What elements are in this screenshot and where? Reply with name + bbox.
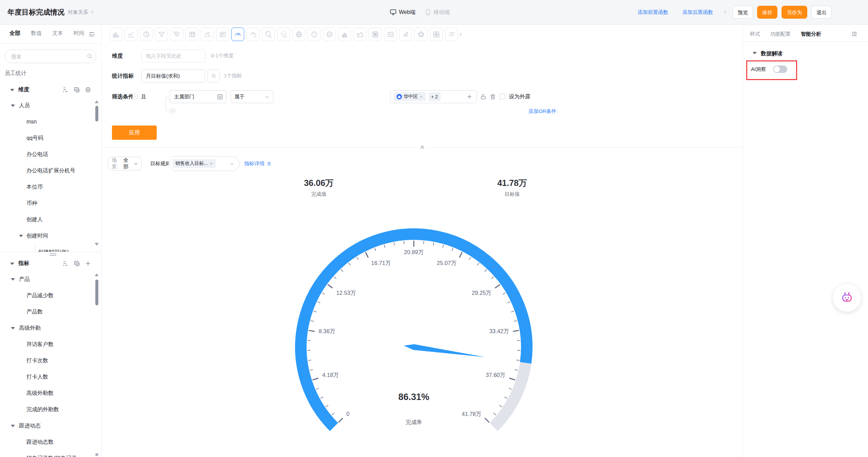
lock-open-icon[interactable] xyxy=(480,93,487,100)
add-pre-function-link[interactable]: 添加前置函数 xyxy=(638,9,668,16)
tree-item[interactable]: 完成的外勤数 xyxy=(0,401,97,418)
dimension-dropzone[interactable]: 拖入字段至此处 xyxy=(141,50,205,62)
collapse-caret-icon[interactable] xyxy=(753,52,757,54)
sidebar-tab-3[interactable]: 时间 xyxy=(74,30,84,37)
chart-type-text-card-button[interactable] xyxy=(216,27,229,41)
collapse-caret-icon[interactable] xyxy=(19,235,23,237)
expose-checkbox[interactable] xyxy=(499,94,505,99)
tree-item[interactable]: 创建时间(年) xyxy=(0,244,97,252)
scroll-up-icon[interactable] xyxy=(95,273,99,276)
save-button[interactable]: 保存 xyxy=(757,6,777,19)
sidebar-tab-1[interactable]: 数值 xyxy=(31,30,42,37)
multi-select-icon[interactable] xyxy=(74,260,80,267)
chart-type-gauge-cn-button[interactable]: CN xyxy=(247,27,259,41)
filter-field-input[interactable]: 主属部门 xyxy=(170,90,227,103)
chart-type-index-list-button[interactable] xyxy=(445,27,458,41)
collapse-caret-icon[interactable] xyxy=(11,278,15,281)
filter-logic[interactable]: 且 xyxy=(141,94,146,100)
tree-splitter[interactable] xyxy=(0,252,101,252)
config-tab-0[interactable]: 样式 xyxy=(750,31,760,37)
tab-web[interactable]: Web端 xyxy=(399,9,416,16)
scroll-down-icon[interactable] xyxy=(95,243,99,246)
rule-selector[interactable]: 销售收入目标... xyxy=(169,156,239,171)
chart-type-combo-chart-button[interactable] xyxy=(201,27,214,41)
chart-type-map-china-scatter-button[interactable]: CN xyxy=(277,27,290,41)
chart-type-map-world-button[interactable] xyxy=(292,27,305,41)
chart-type-area-chart-button[interactable] xyxy=(353,27,366,41)
scrollbar-thumb[interactable] xyxy=(95,106,98,121)
plus-icon[interactable] xyxy=(85,260,91,267)
filter-chip[interactable]: 华中区 xyxy=(394,92,426,101)
tree-item[interactable]: 人员 xyxy=(0,97,97,114)
filter-operator-select[interactable]: 属于 xyxy=(231,90,273,103)
chart-types-help-icon[interactable]: ? xyxy=(457,31,464,38)
tree-item[interactable]: 办公电话 xyxy=(0,146,97,163)
exit-button[interactable]: 退出 xyxy=(811,6,832,19)
panel-collapse-icon[interactable] xyxy=(851,31,858,37)
scroll-up-icon[interactable] xyxy=(95,100,99,103)
double-chevron-up-icon[interactable] xyxy=(417,144,427,150)
chart-type-bar-chart-button[interactable] xyxy=(109,27,122,41)
add-post-function-link[interactable]: 添加后置函数 xyxy=(682,9,713,16)
tree-indent-icon[interactable] xyxy=(62,87,69,93)
add-or-link[interactable]: 添加OR条件 xyxy=(528,108,557,115)
trash-icon[interactable] xyxy=(489,93,496,100)
chart-type-split-layout-button[interactable] xyxy=(384,27,397,41)
chart-type-pie-chart-button[interactable] xyxy=(140,27,153,41)
collapse-caret-icon[interactable] xyxy=(11,104,15,107)
tree-item[interactable]: 办公电话扩展分机号 xyxy=(0,163,97,179)
apply-button[interactable]: 应用 xyxy=(112,126,157,140)
ai-insight-toggle[interactable] xyxy=(773,65,787,73)
sidebar-tab-2[interactable]: 文本 xyxy=(52,30,63,37)
functions-help-icon[interactable]: ? xyxy=(722,9,728,16)
chart-type-gauge-button[interactable] xyxy=(231,27,244,41)
plus-icon[interactable] xyxy=(466,94,472,100)
chart-type-funnel-compare-button[interactable] xyxy=(170,27,183,41)
relation-link[interactable]: 对象关系 xyxy=(68,9,88,16)
collapse-caret-icon[interactable] xyxy=(10,263,14,265)
search-input[interactable] xyxy=(11,50,82,63)
tree-item[interactable]: 本位币 xyxy=(0,179,97,195)
field-settings-icon[interactable] xyxy=(217,94,223,100)
fx-button[interactable]: fx xyxy=(208,70,220,82)
sidebar-tab-0[interactable]: 全部 xyxy=(9,30,20,37)
minus-circle-icon[interactable]: − xyxy=(132,94,138,99)
chart-type-line-chart-button[interactable] xyxy=(124,27,137,41)
collapse-caret-icon[interactable] xyxy=(10,89,14,91)
ai-assistant-button[interactable] xyxy=(833,284,861,312)
tree-item[interactable]: 拜访客户数 xyxy=(0,336,97,353)
tree-item[interactable]: 创建人 xyxy=(0,211,97,228)
tree-item[interactable]: qq号码 xyxy=(0,130,97,146)
tree-item[interactable]: 产品减少数 xyxy=(0,287,97,304)
gear-icon[interactable] xyxy=(85,87,91,93)
scroll-down-icon[interactable] xyxy=(95,453,98,456)
tab-mobile[interactable]: 移动端 xyxy=(433,9,450,16)
chart-type-histogram-button[interactable] xyxy=(338,27,351,41)
config-tab-1[interactable]: 功能配置 xyxy=(770,31,791,37)
preview-button[interactable]: 预览 xyxy=(733,6,753,19)
close-icon[interactable] xyxy=(420,95,423,98)
chart-type-table-button[interactable] xyxy=(186,27,198,41)
chart-type-funnel-button[interactable] xyxy=(155,27,168,41)
tree-item[interactable]: 跟进动态 xyxy=(0,418,97,434)
chart-type-card-blocks-button[interactable] xyxy=(430,27,443,41)
tree-item[interactable]: 产品数 xyxy=(0,304,97,320)
chart-type-globe-button[interactable] xyxy=(323,27,336,41)
collapse-caret-icon[interactable] xyxy=(11,425,15,427)
collapse-caret-icon[interactable] xyxy=(11,327,15,329)
chart-type-map-china-button[interactable]: CN xyxy=(262,27,275,41)
scrollbar-thumb[interactable] xyxy=(95,280,98,305)
save-as-button[interactable]: 另存为 xyxy=(782,6,807,19)
relation-help-icon[interactable]: ? xyxy=(89,9,95,16)
tree-item[interactable]: 产品 xyxy=(0,271,97,287)
config-tab-2[interactable]: 智能分析 xyxy=(801,31,821,37)
tree-item[interactable]: 创建时间 xyxy=(0,228,97,244)
close-icon[interactable] xyxy=(210,162,213,165)
filter-values-box[interactable]: 华中区 + 2 xyxy=(390,90,477,103)
tree-item[interactable]: 高级外勤数 xyxy=(0,385,97,401)
chart-type-scatter-button[interactable] xyxy=(399,27,412,41)
tree-item[interactable]: 销售记录数/销售记录 xyxy=(0,450,97,457)
scene-selector[interactable]: 场景: 全部 xyxy=(108,157,142,170)
metric-field[interactable]: 月目标值(求和) xyxy=(141,70,205,82)
tree-item[interactable]: msn xyxy=(0,114,97,130)
